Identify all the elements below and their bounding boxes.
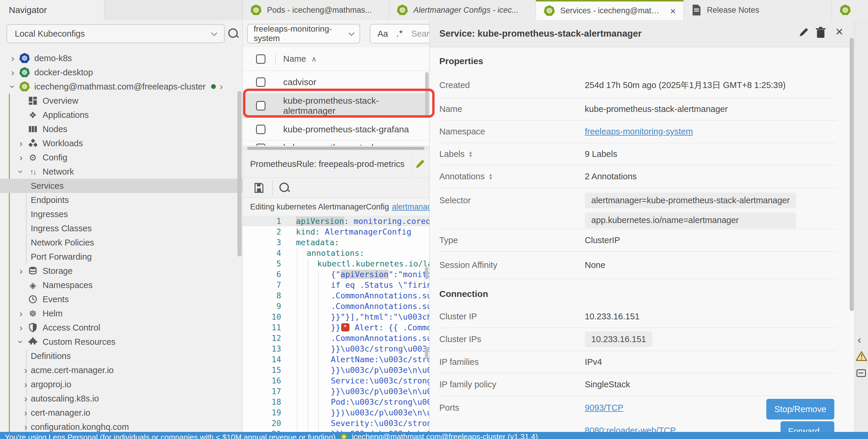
sidebar-item-events[interactable]: Events — [0, 292, 242, 306]
close-icon[interactable]: × — [835, 24, 843, 39]
port-link[interactable]: 9093/TCP — [585, 403, 676, 413]
sidebar-item-nodes[interactable]: Nodes — [0, 122, 242, 136]
panel-scrollbar-thumb[interactable] — [850, 38, 854, 311]
row-checkbox[interactable] — [256, 125, 266, 134]
chevron-right-icon[interactable]: › — [21, 422, 31, 432]
sidebar-item-access-control[interactable]: › Access Control — [0, 320, 242, 335]
sidebar-item-docker-desktop[interactable]: › ☸ docker-desktop — [0, 65, 242, 79]
sidebar-item-network[interactable]: › ↑↓ Network — [0, 165, 242, 179]
edit-pencil-icon[interactable] — [414, 158, 426, 170]
chevron-right-icon[interactable]: › — [16, 266, 26, 276]
chevron-down-icon[interactable]: › — [16, 167, 26, 177]
sidebar-item-definitions[interactable]: Definitions — [0, 349, 242, 363]
namespace-link[interactable]: freeleaps-monitoring-system — [585, 127, 693, 136]
sidebar-search-button[interactable] — [228, 28, 240, 41]
sidebar-item-storage[interactable]: › Storage — [0, 264, 242, 278]
active-cluster-status[interactable]: ☸ icecheng@mathmast.com@freeleaps-cluste… — [340, 432, 538, 439]
sidebar-item-custom-resources[interactable]: › Custom Resources — [0, 335, 242, 349]
sidebar-item-ingress-classes[interactable]: Ingress Classes — [0, 221, 242, 235]
sidebar-item-port-forwarding[interactable]: Port Forwarding — [0, 250, 242, 264]
tab-close-icon[interactable]: × — [666, 6, 676, 16]
match-case-icon[interactable]: Aa — [377, 29, 388, 39]
select-all-checkbox[interactable] — [256, 54, 266, 64]
tab-alertmanager-configs[interactable]: ☸ Alertmanager Configs - icec... — [389, 0, 536, 20]
sidebar-item-autoscaling-k8s-io[interactable]: › autoscaling.k8s.io — [0, 392, 242, 406]
stop-remove-button[interactable]: Stop/Remove — [766, 399, 834, 419]
sidebar-item-demo-k8s[interactable]: › ☸ demo-k8s — [0, 51, 242, 65]
chevron-down-icon[interactable]: › — [16, 337, 26, 347]
sidebar-item-helm[interactable]: › ☸ Helm — [0, 306, 242, 320]
table-row[interactable]: cadvisor — [243, 71, 429, 93]
chevron-right-icon[interactable]: › — [220, 81, 223, 92]
namespace-select[interactable]: freeleaps-monitoring-system — [247, 24, 360, 43]
sidebar-item-network-policies[interactable]: Network Policies — [0, 235, 242, 250]
column-header-name[interactable]: Name — [283, 54, 306, 64]
chevron-right-icon[interactable]: › — [8, 54, 18, 63]
chevron-right-icon[interactable]: › — [16, 139, 26, 148]
port-link[interactable]: 8080:reloader-web/TCP — [585, 426, 676, 432]
table-row[interactable]: kube-prometheus-stack-grafana — [243, 118, 429, 141]
chevron-right-icon[interactable]: › — [16, 323, 26, 332]
sidebar-item-overview[interactable]: Overview — [0, 94, 242, 108]
sidebar-item-endpoints[interactable]: Endpoints — [0, 193, 242, 207]
collapse-panel-icon[interactable]: ‹ — [858, 334, 861, 346]
property-row-ip-families: IP families IPv4 — [439, 351, 837, 373]
editing-resource-link[interactable]: alertmanager — [392, 202, 429, 211]
service-name: kube-prometheus-stack-grafana — [283, 124, 409, 134]
sidebar-item-ingresses[interactable]: Ingresses — [0, 207, 242, 221]
config-icon: ⚙ — [26, 153, 40, 163]
terminal-icon[interactable] — [857, 369, 866, 377]
property-label: Name — [439, 104, 585, 114]
sidebar-item-workloads[interactable]: › Workloads — [0, 136, 242, 150]
navigator-title: Navigator — [9, 5, 47, 15]
delete-trash-icon[interactable] — [815, 27, 826, 38]
chevron-right-icon[interactable]: › — [21, 408, 31, 417]
yaml-editor[interactable]: 1apiVersion: monitoring.coreos.com/v1 2k… — [243, 216, 429, 432]
save-button[interactable] — [253, 182, 265, 194]
sidebar-scrollbar-thumb[interactable] — [238, 91, 242, 257]
sort-ascending-icon[interactable]: ∧ — [311, 55, 317, 63]
sidebar-item-acme-cert-manager-io[interactable]: › acme.cert-manager.io — [0, 363, 242, 377]
sidebar-item-configuration-konghq-com[interactable]: › configuration.konghq.com — [0, 420, 242, 432]
table-row-selected[interactable]: kube-prometheus-stack-alertmanager — [243, 93, 429, 118]
chevron-right-icon[interactable]: › — [16, 153, 26, 162]
chevron-right-icon[interactable]: › — [21, 380, 31, 389]
sidebar-item-config[interactable]: › ⚙ Config — [0, 150, 242, 165]
property-value[interactable]: 2 Annotations — [585, 172, 637, 181]
table-row-partial[interactable]: kube-prometheus-stack- — [243, 141, 429, 146]
warning-icon[interactable] — [856, 351, 867, 361]
row-checkbox[interactable] — [256, 143, 266, 146]
property-value[interactable]: 9 Labels — [585, 149, 617, 159]
tab-partial[interactable]: ☸ — [832, 0, 868, 20]
chevron-down-icon[interactable]: › — [8, 81, 18, 92]
sidebar-item-argoproj-io[interactable]: › argoproj.io — [0, 377, 242, 392]
chevron-right-icon[interactable]: › — [8, 68, 18, 77]
sidebar-item-applications[interactable]: ❖ Applications — [0, 108, 242, 122]
chevron-right-icon[interactable]: › — [16, 309, 26, 318]
chevron-right-icon[interactable]: › — [21, 365, 31, 375]
search-input[interactable]: Aa .* Search — [370, 24, 429, 43]
horizontal-scrollbar-thumb[interactable] — [247, 147, 425, 150]
horizontal-scrollbar[interactable] — [243, 146, 429, 151]
row-checkbox[interactable] — [256, 101, 266, 110]
sidebar-item-services[interactable]: Services — [0, 179, 242, 193]
forward-button[interactable]: Forward... — [780, 421, 834, 432]
editor-search-button[interactable] — [279, 182, 290, 194]
sidebar-item-freeleaps-cluster[interactable]: › ☸ icecheng@mathmast.com@freeleaps-clus… — [0, 79, 242, 94]
editor-scrollbar-marker[interactable] — [425, 267, 428, 279]
regex-icon[interactable]: .* — [396, 28, 403, 39]
chevron-right-icon[interactable]: › — [21, 394, 31, 403]
table-scrollbar-thumb[interactable] — [425, 72, 429, 116]
sidebar-item-namespaces[interactable]: ◈ Namespaces — [0, 278, 242, 292]
tab-pods[interactable]: ☸ Pods - icecheng@mathmas... — [242, 0, 389, 20]
tab-services[interactable]: ☸ Services - icecheng@math... × — [536, 0, 684, 20]
property-value: 254d 17h 50m ago (2025年1月13日 GMT+8 1:25:… — [585, 79, 786, 91]
tab-release-notes[interactable]: Release Notes — [684, 0, 832, 20]
editor-scrollbar-marker[interactable] — [425, 347, 428, 359]
expand-collapse-icon[interactable]: ▴▾ — [489, 173, 492, 180]
kubeconfig-select[interactable]: Local Kubeconfigs — [6, 24, 225, 43]
sidebar-item-cert-manager-io[interactable]: › cert-manager.io — [0, 406, 242, 420]
row-checkbox[interactable] — [256, 77, 266, 87]
expand-collapse-icon[interactable]: ▴▾ — [469, 151, 472, 158]
edit-pencil-icon[interactable] — [798, 27, 809, 38]
